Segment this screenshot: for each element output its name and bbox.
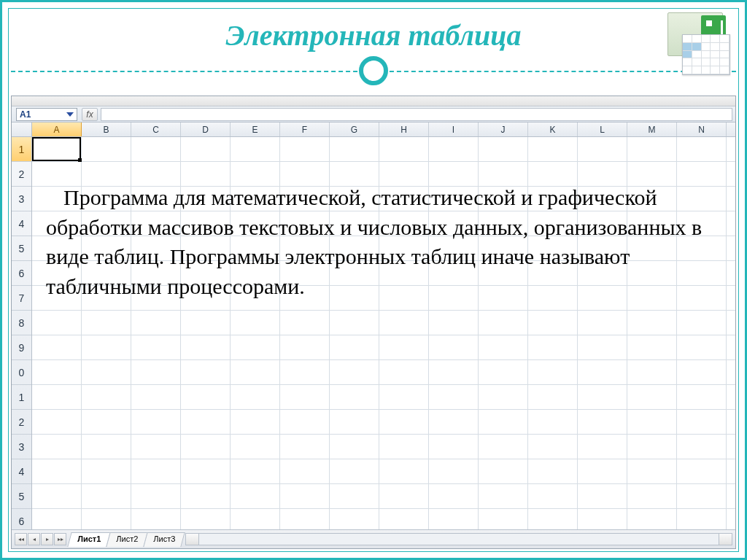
- tab-nav-buttons: ◂◂ ◂ ▸ ▸▸: [15, 533, 66, 545]
- horizontal-scrollbar[interactable]: [185, 533, 732, 545]
- sheet-tab[interactable]: Лист1: [67, 532, 110, 547]
- slide-body-text: Программа для математической, статистиче…: [46, 183, 710, 301]
- row-header[interactable]: 9: [12, 335, 31, 360]
- sheet-tab[interactable]: Лист3: [143, 532, 185, 547]
- fx-button[interactable]: fx: [82, 108, 98, 121]
- column-header-m[interactable]: M: [627, 122, 677, 136]
- row-header[interactable]: 8: [12, 311, 31, 335]
- row-header[interactable]: 3: [12, 435, 31, 459]
- column-header-n[interactable]: N: [677, 122, 727, 136]
- column-header-k[interactable]: K: [528, 122, 578, 136]
- spreadsheet-screenshot: A1 fx ABCDEFGHIJKLMN 12345678901234567 ◂…: [11, 96, 736, 549]
- row-header[interactable]: 1: [12, 385, 31, 410]
- column-header-i[interactable]: I: [429, 122, 479, 136]
- column-header-l[interactable]: L: [578, 122, 627, 136]
- formula-bar-row: A1 fx: [12, 106, 735, 122]
- body-paragraph: Программа для математической, статистиче…: [46, 183, 710, 301]
- slide-outer-frame: Электронная таблица A1 fx: [0, 0, 747, 560]
- row-header[interactable]: 1: [12, 137, 31, 162]
- name-box-dropdown-icon[interactable]: [66, 112, 74, 117]
- title-ring-ornament: [359, 56, 388, 85]
- slide-title: Электронная таблица: [2, 18, 745, 52]
- select-all-corner[interactable]: [12, 122, 32, 136]
- row-header[interactable]: 4: [12, 211, 31, 236]
- row-header[interactable]: 0: [12, 360, 31, 385]
- name-box[interactable]: A1: [16, 108, 77, 121]
- row-header[interactable]: 5: [12, 236, 31, 261]
- column-header-a[interactable]: A: [32, 122, 82, 136]
- column-headers: ABCDEFGHIJKLMN: [12, 122, 735, 137]
- toolbar: [12, 96, 735, 106]
- column-header-e[interactable]: E: [231, 122, 280, 136]
- sheet-tab-bar: ◂◂ ◂ ▸ ▸▸ Лист1Лист2Лист3: [12, 529, 735, 548]
- tab-nav-last[interactable]: ▸▸: [54, 533, 66, 545]
- formula-input[interactable]: [101, 108, 732, 121]
- row-header[interactable]: 4: [12, 459, 31, 484]
- column-header-d[interactable]: D: [181, 122, 231, 136]
- fx-label: fx: [86, 109, 93, 120]
- active-cell[interactable]: [32, 137, 81, 161]
- tab-nav-first[interactable]: ◂◂: [15, 533, 27, 545]
- row-headers: 12345678901234567: [12, 137, 32, 529]
- column-header-c[interactable]: C: [131, 122, 181, 136]
- row-header[interactable]: 3: [12, 187, 31, 211]
- tab-nav-prev[interactable]: ◂: [28, 533, 40, 545]
- row-header[interactable]: 2: [12, 410, 31, 435]
- column-header-j[interactable]: J: [479, 122, 528, 136]
- row-header[interactable]: 2: [12, 162, 31, 187]
- sheet-tab[interactable]: Лист2: [106, 532, 147, 547]
- column-header-g[interactable]: G: [330, 122, 379, 136]
- row-header[interactable]: 7: [12, 286, 31, 311]
- row-header[interactable]: 5: [12, 484, 31, 509]
- column-header-b[interactable]: B: [82, 122, 131, 136]
- column-header-h[interactable]: H: [379, 122, 429, 136]
- tab-nav-next[interactable]: ▸: [41, 533, 53, 545]
- name-box-value: A1: [20, 109, 31, 120]
- sheet-tabs-holder: Лист1Лист2Лист3: [69, 532, 182, 547]
- row-header[interactable]: 6: [12, 261, 31, 286]
- column-header-f[interactable]: F: [280, 122, 330, 136]
- spreadsheet-app-icon: [667, 12, 730, 75]
